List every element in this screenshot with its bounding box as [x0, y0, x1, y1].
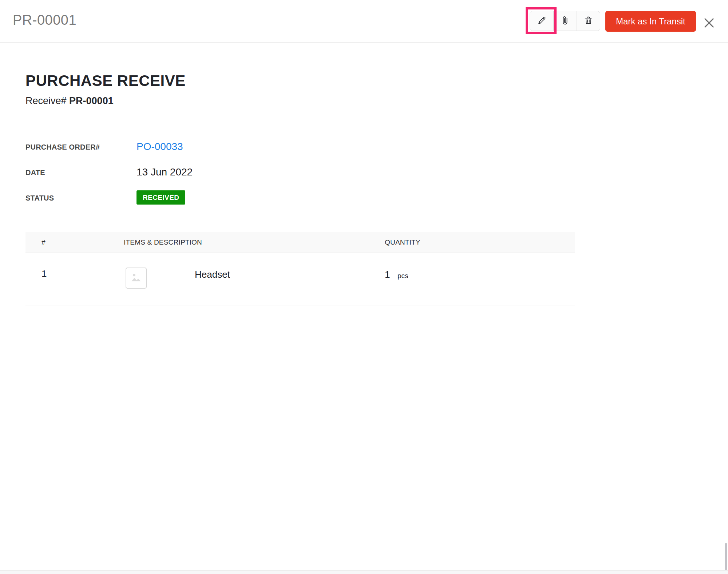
- toolbar: Mark as In Transit: [0, 0, 728, 43]
- toolbar-button-group: [530, 11, 600, 31]
- document-title: PURCHASE RECEIVE: [25, 72, 186, 90]
- vertical-scrollbar-thumb[interactable]: [725, 543, 727, 570]
- paperclip-icon: [560, 16, 570, 27]
- column-header-items-description: ITEMS & DESCRIPTION: [124, 238, 202, 246]
- mark-as-in-transit-button[interactable]: Mark as In Transit: [605, 11, 696, 32]
- date-label: DATE: [25, 169, 45, 177]
- field-row-purchase-order: PURCHASE ORDER# PO-00033: [25, 140, 353, 166]
- item-unit: pcs: [397, 272, 408, 280]
- item-name: Headset: [195, 269, 230, 280]
- items-table: # ITEMS & DESCRIPTION QUANTITY 1 Headset…: [25, 232, 575, 305]
- column-header-number: #: [41, 238, 46, 246]
- date-value: 13 Jun 2022: [136, 166, 193, 178]
- item-quantity: 1: [385, 269, 390, 280]
- edit-button[interactable]: [530, 11, 553, 31]
- purchase-receive-panel: PR-00001: [0, 0, 728, 574]
- footer-strip: [0, 570, 728, 574]
- image-placeholder-icon: [129, 270, 143, 286]
- row-number: 1: [41, 268, 47, 280]
- status-label: STATUS: [25, 194, 54, 202]
- status-badge: RECEIVED: [136, 190, 185, 205]
- field-row-status: STATUS RECEIVED: [25, 191, 353, 217]
- topbar: PR-00001: [0, 0, 728, 43]
- receive-number-value: PR-00001: [69, 95, 114, 106]
- field-row-date: DATE 13 Jun 2022: [25, 166, 353, 191]
- trash-icon: [583, 16, 593, 27]
- purchase-order-label: PURCHASE ORDER#: [25, 143, 100, 151]
- column-header-quantity: QUANTITY: [385, 238, 420, 246]
- receive-number-label: Receive#: [25, 95, 67, 106]
- attachment-button[interactable]: [553, 11, 577, 31]
- table-row: 1 Headset 1 pcs: [25, 253, 575, 305]
- receive-number-line: Receive# PR-00001: [25, 95, 114, 107]
- purchase-order-link[interactable]: PO-00033: [136, 141, 183, 152]
- item-thumbnail: [126, 268, 147, 289]
- items-table-header: # ITEMS & DESCRIPTION QUANTITY: [25, 232, 575, 253]
- close-button[interactable]: [701, 15, 717, 31]
- detail-fields: PURCHASE ORDER# PO-00033 DATE 13 Jun 202…: [25, 140, 353, 217]
- pencil-icon: [537, 16, 547, 27]
- delete-button[interactable]: [577, 11, 600, 31]
- close-icon: [702, 16, 716, 31]
